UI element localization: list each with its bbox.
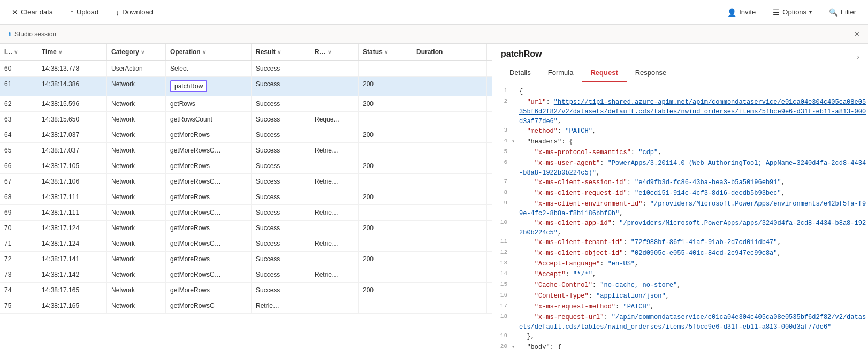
table-row[interactable]: 72 14:38:17.141 Network getMoreRows Succ… [0,252,492,267]
cell-duration [412,96,487,111]
code-line: 20▾ "body": { [497,343,868,349]
cell-result: Success [252,143,310,158]
filter-button[interactable]: 🔍 Filter [826,6,859,19]
session-close-button[interactable]: × [855,29,859,39]
table-row[interactable]: 62 14:38:15.596 Network getRows Success … [0,96,492,112]
table-row[interactable]: 60 14:38:13.778 UserAction Select Succes… [0,61,492,77]
expand-icon [512,97,519,98]
expand-icon [512,280,519,282]
cell-status [359,143,412,158]
expand-icon[interactable]: › [857,52,859,61]
cell-status [359,267,412,282]
cell-category: Network [107,221,166,236]
expand-icon [512,259,519,260]
cell-status: 200 [359,158,412,173]
cell-result: Success [252,112,310,127]
table-row[interactable]: 65 14:38:17.037 Network getMoreRowsC… Su… [0,143,492,158]
table-row[interactable]: 74 14:38:17.165 Network getMoreRows Succ… [0,283,492,298]
expand-icon [512,332,519,333]
expand-icon[interactable]: ▾ [512,343,519,349]
col-header-result[interactable]: Result ∨ [252,44,310,60]
right-header: patchRow › DetailsFormulaRequestResponse [492,44,868,82]
cell-category: Network [107,96,166,111]
cell-id: 64 [0,127,37,142]
cell-r [310,298,359,313]
table-row[interactable]: 73 14:38:17.142 Network getMoreRowsC… Su… [0,267,492,283]
line-content: "x-ms-client-tenant-id": "72f988bf-86f1-… [519,238,868,247]
cell-category: Network [107,298,166,313]
cell-id: 69 [0,205,37,220]
cell-id: 68 [0,189,37,204]
line-content: "headers": { [519,137,868,147]
table-body[interactable]: 60 14:38:13.778 UserAction Select Succes… [0,61,492,349]
info-icon: ℹ [9,31,11,38]
line-number: 13 [497,259,512,266]
col-header-category[interactable]: Category ∨ [107,44,166,60]
upload-button[interactable]: ↑ Upload [67,6,102,19]
cell-id: 71 [0,236,37,251]
cell-time: 14:38:17.105 [37,158,107,173]
table-row[interactable]: 69 14:38:17.111 Network getMoreRowsC… Su… [0,205,492,221]
table-row[interactable]: 67 14:38:17.106 Network getMoreRowsC… Su… [0,174,492,189]
code-line: 9 "x-ms-client-environment-id": "/provid… [497,199,868,218]
clear-icon: ✕ [12,8,18,17]
line-content: { [519,87,868,96]
table-row[interactable]: 75 14:38:17.165 Network getMoreRowsC Ret… [0,298,492,314]
tab-details[interactable]: Details [501,64,539,82]
expand-icon [512,188,519,189]
table-row[interactable]: 71 14:38:17.124 Network getMoreRowsC… Su… [0,236,492,252]
download-icon: ↓ [116,8,119,17]
table-row[interactable]: 63 14:38:15.650 Network getRowsCount Suc… [0,112,492,127]
invite-button[interactable]: 👤 Invite [724,6,759,19]
line-content: "x-ms-client-environment-id": "/provider… [519,199,868,218]
cell-operation: getMoreRows [166,189,252,204]
cell-r [310,96,359,111]
line-content: "Accept-Language": "en-US", [519,259,868,269]
expand-icon [512,302,519,303]
col-header-status[interactable]: Status ∨ [359,44,412,60]
col-header-id[interactable]: I… ∨ [0,44,37,60]
code-line: 2 "url": "https://tip1-shared.azure-apim… [497,97,868,126]
cell-category: Network [107,143,166,158]
cell-status: 200 [359,77,412,96]
expand-icon[interactable]: ▾ [512,137,519,145]
tab-request[interactable]: Request [582,64,626,82]
table-row[interactable]: 64 14:38:17.037 Network getMoreRows Succ… [0,127,492,143]
code-line: 10 "x-ms-client-app-id": "/providers/Mic… [497,218,868,238]
cell-r [310,189,359,204]
code-area[interactable]: 1{2 "url": "https://tip1-shared.azure-ap… [492,82,868,349]
cell-id: 62 [0,96,37,111]
table-row[interactable]: 61 14:38:14.386 Network patchRow Success… [0,77,492,96]
table-row[interactable]: 66 14:38:17.105 Network getMoreRows Succ… [0,158,492,174]
table-row[interactable]: 68 14:38:17.111 Network getMoreRows Succ… [0,189,492,205]
cell-result: Success [252,158,310,173]
toolbar-right: 👤 Invite ☰ Options ▾ 🔍 Filter [724,6,859,19]
download-button[interactable]: ↓ Download [112,6,156,19]
tab-formula[interactable]: Formula [539,64,582,82]
expand-icon [512,126,519,127]
col-header-r[interactable]: R… ∨ [310,44,359,60]
tab-response[interactable]: Response [627,64,675,82]
cell-operation: patchRow [166,77,252,96]
line-number: 10 [497,218,512,225]
cell-result: Success [252,96,310,111]
clear-data-button[interactable]: ✕ Clear data [9,6,56,19]
cell-category: Network [107,77,166,96]
expand-icon [512,199,519,200]
cell-time: 14:38:15.596 [37,96,107,111]
line-content: "Content-Type": "application/json", [519,291,868,301]
options-button[interactable]: ☰ Options ▾ [770,6,815,19]
cell-time: 14:38:14.386 [37,77,107,96]
cell-result: Retrie… [252,298,310,313]
cell-operation: getMoreRowsC… [166,267,252,282]
cell-operation: getMoreRowsC… [166,236,252,251]
line-number: 7 [497,178,512,185]
col-header-operation[interactable]: Operation ∨ [166,44,252,60]
col-header-time[interactable]: Time ∨ [37,44,107,60]
col-header-duration[interactable]: Duration [412,44,487,60]
toolbar-left: ✕ Clear data ↑ Upload ↓ Download [9,6,156,19]
line-number: 12 [497,248,512,255]
cell-time: 14:38:13.778 [37,61,107,76]
expand-icon [512,238,519,239]
table-row[interactable]: 70 14:38:17.124 Network getMoreRows Succ… [0,221,492,236]
